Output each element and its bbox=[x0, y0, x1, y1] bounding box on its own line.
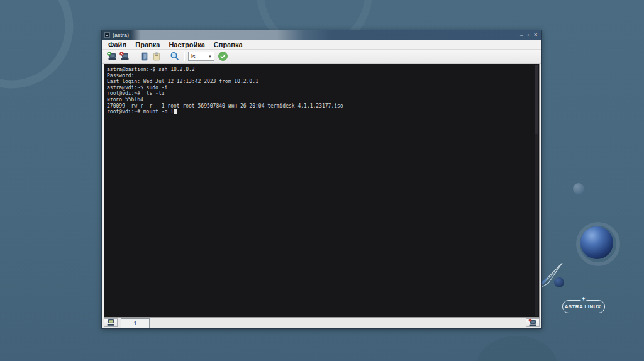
toolbar: ls ▼ bbox=[102, 50, 541, 64]
workstation-active-icon bbox=[106, 319, 115, 326]
terminal-cursor bbox=[174, 109, 177, 115]
terminal-line: итого 556164 bbox=[107, 97, 533, 103]
terminal-line: root@vdi:~# ls -li bbox=[107, 91, 533, 97]
search-button[interactable] bbox=[169, 51, 180, 62]
terminal-prompt-line: root@vdi:~# mount -o l bbox=[107, 109, 533, 115]
terminal-scrollbar[interactable] bbox=[535, 65, 538, 316]
session-connect-button[interactable] bbox=[104, 318, 118, 327]
journal-icon bbox=[140, 52, 148, 61]
terminal-line: 270099 -rw-r--r-- 1 root root 569507840 … bbox=[107, 103, 533, 109]
sphere-small-bottom bbox=[554, 277, 564, 287]
close-button[interactable]: ✕ bbox=[533, 33, 538, 38]
journal-button[interactable] bbox=[138, 51, 150, 62]
menu-file[interactable]: Файл bbox=[104, 40, 131, 49]
command-combobox-value: ls bbox=[191, 53, 196, 60]
search-icon bbox=[170, 52, 179, 61]
menubar: Файл Правка Настройка Справка bbox=[102, 40, 541, 50]
scrollbar-thumb[interactable] bbox=[535, 65, 538, 134]
session-status-button[interactable] bbox=[526, 318, 540, 327]
sphere-large bbox=[580, 226, 613, 259]
statusbar: 1 bbox=[102, 318, 541, 328]
terminal-current-command: root@vdi:~# mount -o l bbox=[107, 109, 174, 114]
run-command-button[interactable] bbox=[217, 51, 228, 62]
disconnect-button[interactable] bbox=[119, 51, 130, 62]
wallpaper-shade-bottom bbox=[477, 336, 557, 361]
maximize-button[interactable]: ▫ bbox=[527, 33, 529, 38]
sphere-small-top bbox=[573, 183, 584, 194]
command-combobox[interactable]: ls ▼ bbox=[188, 52, 214, 61]
menu-edit[interactable]: Правка bbox=[131, 40, 164, 49]
menu-settings[interactable]: Настройка bbox=[164, 40, 209, 49]
star-icon: ✦ bbox=[580, 297, 586, 302]
toolbar-separator bbox=[135, 52, 135, 61]
window-titlebar[interactable]: (astra) – ▫ ✕ bbox=[102, 30, 541, 40]
terminal-line: Password: bbox=[107, 73, 533, 79]
astra-linux-logo-badge: ✦ ASTRA LINUX’ bbox=[562, 300, 605, 313]
wallpaper-circle-topleft bbox=[0, 0, 69, 84]
toolbar-separator bbox=[184, 52, 185, 61]
menu-help[interactable]: Справка bbox=[209, 40, 247, 49]
window-title: (astra) bbox=[113, 32, 520, 38]
check-circle-icon bbox=[218, 52, 228, 61]
terminal-line: astra@vdi:~$ sudo -i bbox=[107, 85, 533, 91]
session-tab-1[interactable]: 1 bbox=[121, 318, 150, 328]
workstation-disconnected-icon bbox=[528, 319, 537, 326]
terminal-line: astra@bastion:~$ ssh 10.2.0.2 bbox=[107, 67, 533, 73]
desktop: ✦ ASTRA LINUX’ (astra) – ▫ ✕ Файл Правка… bbox=[0, 0, 644, 361]
logo-trademark: ’ bbox=[602, 305, 603, 309]
terminal-window: (astra) – ▫ ✕ Файл Правка Настройка Спра… bbox=[101, 30, 542, 329]
new-connection-button[interactable] bbox=[106, 51, 118, 62]
terminal-line: Last login: Wed Jul 12 12:13:42 2023 fro… bbox=[107, 79, 533, 85]
terminal-output[interactable]: astra@bastion:~$ ssh 10.2.0.2 Password: … bbox=[104, 64, 540, 318]
logo-badge-text: ASTRA LINUX bbox=[565, 304, 601, 309]
clipboard-button[interactable] bbox=[151, 51, 162, 62]
minimize-button[interactable]: – bbox=[520, 33, 523, 38]
workstation-add-icon bbox=[107, 52, 117, 61]
chevron-down-icon: ▼ bbox=[208, 55, 212, 58]
session-tab-label: 1 bbox=[133, 320, 136, 326]
clipboard-icon bbox=[153, 52, 160, 61]
workstation-remove-icon bbox=[119, 52, 130, 61]
window-terminal-icon bbox=[104, 32, 110, 38]
